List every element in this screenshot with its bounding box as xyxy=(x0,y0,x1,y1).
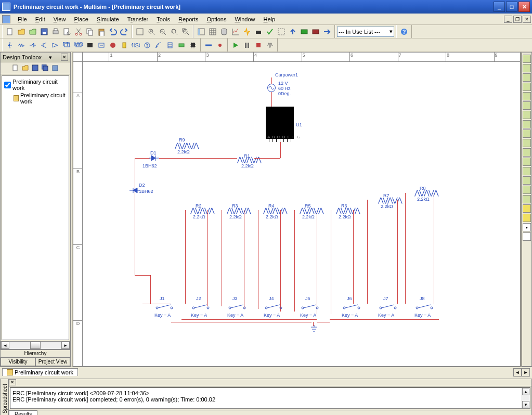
goto-parent-button[interactable] xyxy=(287,26,299,37)
menu-help[interactable]: Help xyxy=(259,15,280,23)
spreadsheet-output[interactable]: ERC [Preliminary circuit work] <2009-07-… xyxy=(10,387,530,409)
zoom-out-button[interactable] xyxy=(157,26,168,37)
print-button[interactable] xyxy=(50,26,61,37)
tab-scroll-left-button[interactable]: ◄ xyxy=(513,368,522,377)
menu-simulate[interactable]: Simulate xyxy=(93,15,123,23)
menu-place[interactable]: Place xyxy=(70,15,93,23)
stop-button[interactable] xyxy=(253,40,264,51)
elec-rules-check-button[interactable] xyxy=(264,26,276,37)
switch-j3[interactable] xyxy=(228,304,246,311)
mdi-close-button[interactable]: ✕ xyxy=(523,16,531,23)
spectrum-analyzer-button[interactable] xyxy=(523,167,531,175)
toggle-spreadsheet-button[interactable] xyxy=(207,26,218,37)
function-generator-button[interactable] xyxy=(523,64,531,72)
mdi-restore-button[interactable]: ❐ xyxy=(513,16,522,23)
iv-analyzer-button[interactable] xyxy=(523,148,531,157)
open-button[interactable] xyxy=(16,26,27,37)
spreadsheet-vscroll[interactable]: ▲ ▼ xyxy=(522,388,530,408)
chip-u1[interactable] xyxy=(266,107,294,139)
design-toolbox-hscroll[interactable]: ◄ ► xyxy=(1,341,70,349)
redo-button[interactable] xyxy=(119,26,130,37)
tree-root[interactable]: Preliminary circuit work xyxy=(4,78,67,92)
tab-scroll-right-button[interactable]: ► xyxy=(522,368,530,377)
resistor-r1[interactable]: ⋀⋁⋀⋁⋀ xyxy=(237,155,261,163)
design-toolbox-close-button[interactable]: ✕ xyxy=(61,54,68,61)
switch-j4[interactable] xyxy=(265,304,282,311)
frequency-counter-button[interactable] xyxy=(523,111,531,119)
design-toolbox-tree[interactable]: Preliminary circuit work Preliminary cir… xyxy=(2,75,69,340)
zoom-area-button[interactable] xyxy=(168,26,180,37)
tab-project-view[interactable]: Project View xyxy=(35,357,70,366)
pause-analysis-button[interactable] xyxy=(264,40,276,51)
full-screen-button[interactable] xyxy=(134,26,146,37)
resistor-r2[interactable]: ⋀⋁⋀⋁⋀ xyxy=(190,206,214,214)
resistor-r7[interactable]: ⋀⋁⋀⋁⋀ xyxy=(378,196,401,204)
hierarchy-saveall-button[interactable] xyxy=(41,64,49,72)
bode-plotter-button[interactable] xyxy=(523,101,531,110)
place-ni-button[interactable] xyxy=(176,40,187,51)
place-diode-button[interactable] xyxy=(27,40,38,51)
capture-area-button[interactable] xyxy=(276,26,287,37)
minimize-button[interactable]: _ xyxy=(494,2,505,12)
menu-tools[interactable]: Tools xyxy=(152,15,174,23)
place-mcu-button[interactable] xyxy=(187,40,199,51)
hierarchy-new-button[interactable] xyxy=(11,64,20,72)
switch-j5[interactable] xyxy=(301,304,319,311)
place-mixed-button[interactable] xyxy=(96,40,107,51)
place-rf-button[interactable] xyxy=(153,40,164,51)
run-button[interactable] xyxy=(230,40,241,51)
backannotate-button[interactable] xyxy=(310,26,321,37)
place-analog-button[interactable] xyxy=(50,40,61,51)
agilent-fgen-button[interactable] xyxy=(523,186,531,194)
place-indicator-button[interactable] xyxy=(107,40,119,51)
grapher-button[interactable] xyxy=(230,26,241,37)
menu-edit[interactable]: Edit xyxy=(31,15,49,23)
paste-button[interactable] xyxy=(96,26,107,37)
logic-analyzer-button[interactable] xyxy=(523,129,531,138)
cut-button[interactable] xyxy=(73,26,84,37)
scroll-right-button[interactable]: ► xyxy=(61,342,70,349)
resistor-r5[interactable]: ⋀⋁⋀⋁⋀ xyxy=(300,206,323,214)
place-transistor-button[interactable] xyxy=(38,40,50,51)
wattmeter-button[interactable] xyxy=(523,73,531,82)
switch-j8[interactable] xyxy=(416,304,433,311)
switch-j2[interactable] xyxy=(192,304,210,311)
scroll-left-button[interactable]: ◄ xyxy=(1,342,9,349)
spreadsheet-scroll-down-button[interactable]: ▼ xyxy=(522,401,529,408)
spreadsheet-close-button[interactable]: ✕ xyxy=(9,379,16,385)
place-electromech-button[interactable] xyxy=(164,40,176,51)
logic-converter-button[interactable] xyxy=(523,139,531,147)
tektronix-scope-button[interactable] xyxy=(523,214,531,222)
oscilloscope-button[interactable] xyxy=(523,83,531,91)
hierarchy-open-button[interactable] xyxy=(21,64,30,72)
word-generator-button[interactable] xyxy=(523,120,531,128)
tree-child[interactable]: Preliminary circuit work xyxy=(4,92,67,105)
distortion-analyzer-button[interactable] xyxy=(523,158,531,166)
pin-icon[interactable]: ▾ xyxy=(49,54,52,61)
zoom-fit-button[interactable] xyxy=(180,26,191,37)
scroll-thumb[interactable] xyxy=(30,342,41,349)
place-misc-button[interactable]: MISC xyxy=(130,40,141,51)
menu-window[interactable]: Window xyxy=(230,15,259,23)
maximize-button[interactable]: □ xyxy=(506,2,517,12)
resistor-r6[interactable]: ⋀⋁⋀⋁⋀ xyxy=(336,206,359,214)
postprocessor-button[interactable] xyxy=(241,26,253,37)
schematic-canvas[interactable]: Carpower1 12 V 60 Hz 0Deg. U1 A B C D E … xyxy=(83,62,520,366)
forward-annotate-button[interactable] xyxy=(321,26,333,37)
switch-j1[interactable] xyxy=(155,304,173,311)
ground-symbol[interactable] xyxy=(310,325,318,333)
place-basic-button[interactable] xyxy=(16,40,27,51)
place-cmos-button[interactable]: CMOS xyxy=(73,40,84,51)
tab-visibility[interactable]: Visibility xyxy=(1,357,35,366)
place-bus-button[interactable] xyxy=(203,40,214,51)
component-wizard-button[interactable] xyxy=(253,26,264,37)
menu-options[interactable]: Options xyxy=(203,15,231,23)
agilent-scope-button[interactable] xyxy=(523,204,531,213)
menu-transfer[interactable]: Transfer xyxy=(123,15,153,23)
network-analyzer-button[interactable] xyxy=(523,176,531,185)
menu-reports[interactable]: Reports xyxy=(174,15,203,23)
close-button[interactable]: ✕ xyxy=(518,2,530,12)
four-channel-scope-button[interactable] xyxy=(523,92,531,100)
place-misc-digital-button[interactable] xyxy=(84,40,96,51)
help-button[interactable]: ? xyxy=(398,26,410,37)
